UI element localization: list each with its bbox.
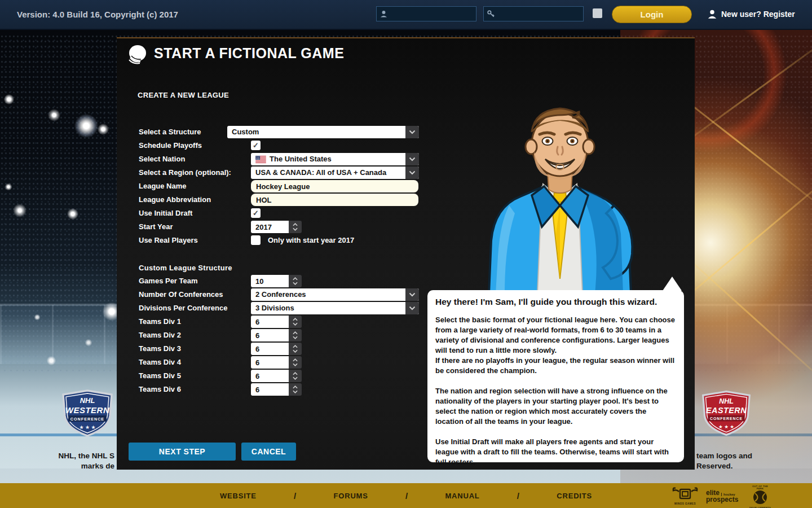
dropdown-value: 3 Divisions bbox=[251, 302, 405, 314]
footer-links: WEBSITE / FORUMS / MANUAL / CREDITS bbox=[220, 483, 592, 508]
username-input[interactable] bbox=[376, 6, 476, 21]
version-text: Version: 4.0 Build 16, Copyright (c) 201… bbox=[17, 10, 178, 19]
chevron-up-icon bbox=[293, 318, 298, 321]
teams-div6-value[interactable] bbox=[251, 383, 289, 396]
footer-separator: / bbox=[294, 491, 296, 501]
teams-div4-spinner[interactable] bbox=[251, 356, 302, 369]
nhl-disclaimer-fragment: NHL, the NHL S bbox=[31, 452, 114, 460]
section-header-create-league: CREATE A NEW LEAGUE bbox=[138, 91, 229, 99]
footer-link-forums[interactable]: FORUMS bbox=[334, 492, 368, 500]
svg-text:NHL: NHL bbox=[719, 397, 734, 405]
games-per-team-value[interactable] bbox=[251, 275, 289, 287]
teams-div5-spinner[interactable] bbox=[251, 370, 302, 382]
chevron-down-icon[interactable] bbox=[405, 167, 419, 179]
spinner-buttons[interactable] bbox=[289, 356, 302, 369]
svg-text:★ ★ ★: ★ ★ ★ bbox=[718, 424, 734, 430]
field-label: Schedule Playoffs bbox=[139, 139, 202, 152]
dropdown-value: 2 Conferences bbox=[251, 288, 405, 301]
spinner-buttons[interactable] bbox=[289, 370, 302, 382]
top-bar: Version: 4.0 Build 16, Copyright (c) 201… bbox=[0, 0, 812, 30]
password-input[interactable] bbox=[483, 6, 584, 21]
check-icon: ✓ bbox=[253, 209, 259, 217]
chevron-up-icon bbox=[293, 358, 298, 362]
start-year-value[interactable] bbox=[251, 221, 289, 233]
teams-div3-spinner[interactable] bbox=[251, 343, 302, 355]
spinner-buttons[interactable] bbox=[289, 221, 302, 233]
app-screen: Version: 4.0 Build 16, Copyright (c) 201… bbox=[0, 0, 812, 508]
assistant-paragraph: Select the basic format of your fictiona… bbox=[435, 315, 676, 356]
chevron-down-icon[interactable] bbox=[405, 288, 419, 301]
footer-link-website[interactable]: WEBSITE bbox=[220, 492, 257, 500]
field-label: Select Nation bbox=[139, 153, 185, 165]
section-header-custom-structure: Custom League Structure bbox=[139, 264, 232, 272]
login-button[interactable]: Login bbox=[612, 6, 692, 23]
field-label: Use Initial Draft bbox=[139, 207, 192, 220]
spinner-buttons[interactable] bbox=[289, 383, 302, 396]
usa-flag-icon bbox=[255, 156, 266, 163]
structure-dropdown[interactable]: Custom bbox=[227, 126, 419, 138]
stadium-light-flare bbox=[47, 108, 61, 122]
chevron-down-icon bbox=[293, 376, 298, 380]
schedule-playoffs-checkbox[interactable]: ✓ bbox=[251, 141, 261, 150]
svg-text:WESTERN: WESTERN bbox=[65, 405, 110, 415]
field-label: League Name bbox=[139, 180, 187, 192]
spinner-buttons[interactable] bbox=[289, 316, 302, 328]
svg-text:CONFERENCE: CONFERENCE bbox=[710, 417, 743, 421]
chevron-down-icon[interactable] bbox=[405, 126, 419, 138]
page-title: START A FICTIONAL GAME bbox=[154, 45, 344, 62]
teams-div1-value[interactable] bbox=[251, 316, 289, 328]
teams-div1-spinner[interactable] bbox=[251, 316, 302, 328]
dropdown-value: Custom bbox=[227, 126, 405, 138]
field-label: Teams Div 2 bbox=[139, 329, 181, 341]
teams-div5-value[interactable] bbox=[251, 370, 289, 382]
conferences-dropdown[interactable]: 2 Conferences bbox=[251, 288, 419, 301]
teams-div3-value[interactable] bbox=[251, 343, 289, 355]
chevron-down-icon[interactable] bbox=[405, 302, 419, 314]
chevron-up-icon bbox=[293, 372, 298, 375]
real-players-checkbox[interactable] bbox=[251, 235, 261, 245]
teams-div6-spinner[interactable] bbox=[251, 383, 302, 396]
cancel-button[interactable]: CANCEL bbox=[241, 443, 296, 461]
teams-div2-spinner[interactable] bbox=[251, 329, 302, 341]
stadium-light-flare bbox=[46, 356, 56, 366]
stadium-light-flare bbox=[5, 183, 12, 191]
initial-draft-checkbox[interactable]: ✓ bbox=[251, 208, 261, 218]
remember-me-checkbox[interactable] bbox=[593, 8, 602, 18]
teams-div2-value[interactable] bbox=[251, 329, 289, 341]
divisions-dropdown[interactable]: 3 Divisions bbox=[251, 302, 419, 314]
stadium-light-flare bbox=[85, 339, 92, 347]
footer-link-manual[interactable]: MANUAL bbox=[445, 492, 479, 500]
field-label: Games Per Team bbox=[139, 275, 198, 287]
stadium-light-flare bbox=[3, 94, 15, 105]
ootp-developments-logo[interactable]: OUT OF THE PARK DEVELOPMENTS bbox=[749, 485, 771, 508]
assistant-greeting: Hey there! I'm Sam, I'll guide you throu… bbox=[435, 297, 676, 307]
nhl-disclaimer-fragment: marks de bbox=[31, 462, 114, 470]
spinner-buttons[interactable] bbox=[289, 275, 302, 287]
stadium-light-flare bbox=[67, 208, 79, 220]
footer-separator: / bbox=[405, 491, 408, 501]
start-year-spinner[interactable] bbox=[251, 221, 302, 233]
user-icon bbox=[380, 10, 387, 17]
user-icon bbox=[708, 10, 717, 19]
league-name-input[interactable] bbox=[251, 180, 418, 192]
ootp-ball-icon bbox=[753, 490, 767, 505]
games-per-team-spinner[interactable] bbox=[251, 275, 302, 287]
spinner-buttons[interactable] bbox=[289, 329, 302, 341]
field-label: Teams Div 4 bbox=[139, 356, 181, 369]
field-label: Teams Div 6 bbox=[139, 383, 181, 396]
elite-prospects-logo[interactable]: elite hockey prospects bbox=[706, 489, 738, 503]
league-abbreviation-input[interactable] bbox=[251, 194, 418, 206]
region-dropdown[interactable]: USA & CANADA: All of USA + Canada bbox=[251, 167, 419, 179]
register-link[interactable]: New user? Register bbox=[708, 6, 795, 23]
nhl-eastern-conference-logo: NHL EASTERN CONFERENCE ★ ★ ★ bbox=[699, 389, 753, 439]
chevron-down-icon bbox=[293, 336, 298, 339]
footer-link-credits[interactable]: CREDITS bbox=[557, 492, 592, 500]
dropdown-value: USA & CANADA: All of USA + Canada bbox=[251, 167, 405, 179]
nhl-western-conference-logo: NHL WESTERN CONFERENCE ★ ★ ★ bbox=[59, 389, 116, 439]
nation-dropdown[interactable]: The United States bbox=[251, 153, 419, 165]
minos-games-logo[interactable]: MINOS GAMES bbox=[671, 486, 699, 506]
teams-div4-value[interactable] bbox=[251, 356, 289, 369]
next-step-button[interactable]: NEXT STEP bbox=[129, 443, 236, 461]
chevron-down-icon[interactable] bbox=[405, 153, 419, 165]
spinner-buttons[interactable] bbox=[289, 343, 302, 355]
